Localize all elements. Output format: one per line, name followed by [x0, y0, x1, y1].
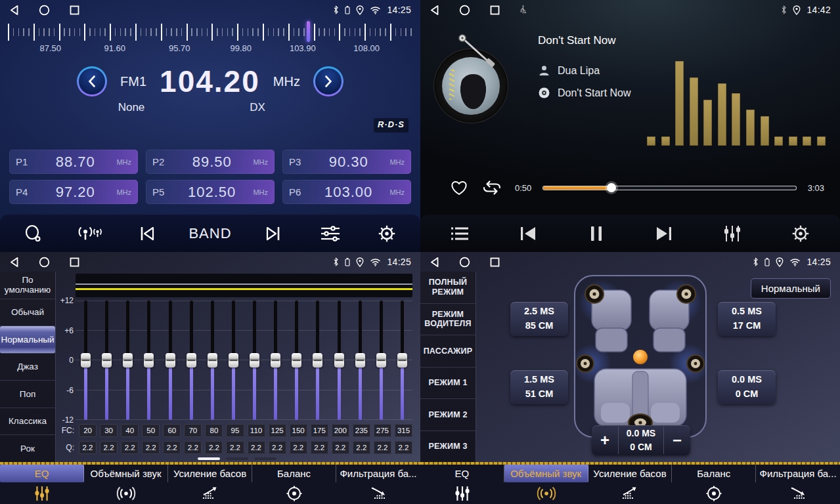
back-button[interactable] — [430, 257, 439, 268]
settings-button[interactable] — [372, 219, 401, 248]
slider-knob[interactable] — [355, 353, 365, 368]
frequency-ruler[interactable]: 87.5091.6095.7099.80103.90108.00 — [0, 20, 420, 58]
tab-surround[interactable]: Объёмный звук — [84, 465, 168, 504]
playlist-button[interactable] — [445, 219, 474, 248]
preset-button-p5[interactable]: P5102.50MHz — [146, 180, 275, 204]
preset-button-p1[interactable]: P188.70MHz — [9, 150, 138, 174]
eq-band-slider[interactable] — [334, 301, 344, 420]
eq-preset-item[interactable]: Поп — [0, 381, 55, 408]
delay-front-left[interactable]: 2.5 MS 85 CM — [510, 302, 568, 336]
tab-filter[interactable]: Фильтрация ба... — [756, 465, 840, 504]
eq-band-slider[interactable] — [144, 301, 154, 420]
next-track-button[interactable] — [650, 219, 678, 248]
audio-settings-button[interactable] — [718, 219, 747, 248]
slider-knob[interactable] — [187, 353, 196, 368]
eq-band-slider[interactable] — [292, 301, 301, 420]
eq-band-slider[interactable] — [81, 301, 91, 420]
slider-knob[interactable] — [376, 353, 386, 368]
eq-preset-item[interactable]: Нормальный — [0, 326, 55, 354]
band-page-indicator[interactable] — [254, 457, 276, 460]
preset-button-p3[interactable]: P390.30MHz — [282, 150, 411, 174]
eq-band-slider[interactable] — [123, 301, 133, 420]
slider-knob[interactable] — [313, 353, 322, 368]
pause-button[interactable] — [582, 219, 611, 248]
slider-knob[interactable] — [292, 353, 301, 368]
repeat-button[interactable] — [481, 178, 503, 197]
slider-knob[interactable] — [81, 353, 91, 368]
favorite-button[interactable] — [449, 179, 469, 197]
tab-surround[interactable]: Объёмный звук — [504, 465, 588, 504]
slider-knob[interactable] — [334, 353, 344, 368]
listening-mode-item[interactable]: РЕЖИМ 1 — [420, 368, 475, 400]
tune-up-button[interactable] — [313, 66, 343, 96]
delay-rear-right[interactable]: 0.0 MS 0 CM — [718, 370, 776, 404]
seek-bar[interactable] — [543, 186, 795, 190]
seek-bar-knob[interactable] — [607, 183, 616, 192]
tab-bass-boost[interactable]: Усиление басов — [168, 465, 252, 504]
preset-button-p2[interactable]: P289.50MHz — [146, 150, 275, 174]
eq-band-slider[interactable] — [397, 301, 407, 420]
eq-band-slider[interactable] — [187, 301, 196, 420]
slider-knob[interactable] — [166, 353, 175, 368]
eq-band-slider[interactable] — [376, 301, 386, 420]
recents-button[interactable] — [70, 257, 79, 267]
back-button[interactable] — [9, 5, 19, 16]
slider-knob[interactable] — [144, 353, 154, 368]
next-station-button[interactable] — [259, 219, 288, 248]
home-button[interactable] — [39, 257, 50, 268]
slider-knob[interactable] — [229, 353, 238, 368]
eq-band-slider[interactable] — [355, 301, 365, 420]
tab-filter[interactable]: Фильтрация ба... — [336, 465, 420, 504]
eq-band-slider[interactable] — [208, 301, 217, 420]
recents-button[interactable] — [490, 5, 500, 15]
home-button[interactable] — [459, 5, 470, 16]
home-button[interactable] — [39, 5, 50, 16]
previous-station-button[interactable] — [132, 219, 161, 248]
eq-preset-item[interactable]: Джаз — [0, 354, 55, 381]
home-button[interactable] — [459, 257, 470, 268]
slider-knob[interactable] — [123, 353, 133, 368]
eq-preset-item[interactable]: По умолчанию — [0, 272, 55, 299]
eq-preset-item[interactable]: Обычай — [0, 299, 55, 327]
delay-front-right[interactable]: 0.5 MS 17 CM — [718, 302, 776, 336]
listening-mode-item[interactable]: ПАССАЖИР — [420, 335, 475, 368]
listening-mode-item[interactable]: ПОЛНЫЙ РЕЖИМ — [420, 272, 475, 304]
previous-track-button[interactable] — [514, 219, 542, 248]
eq-band-slider[interactable] — [166, 301, 175, 420]
delay-rear-left[interactable]: 1.5 MS 51 CM — [510, 370, 568, 404]
slider-knob[interactable] — [102, 353, 112, 368]
slider-knob[interactable] — [250, 353, 259, 368]
delay-increase-button[interactable]: + — [592, 425, 618, 455]
band-button[interactable]: BAND — [188, 219, 231, 248]
delay-decrease-button[interactable]: − — [664, 425, 690, 455]
tab-bass-boost[interactable]: Усиление басов — [588, 465, 673, 504]
equalizer-shortcut-button[interactable] — [316, 219, 345, 248]
band-page-indicator[interactable] — [226, 457, 248, 460]
listening-mode-item[interactable]: РЕЖИМ ВОДИТЕЛЯ — [420, 304, 475, 336]
recents-button[interactable] — [490, 257, 500, 267]
sound-profile-button[interactable]: Нормальный — [751, 278, 831, 299]
slider-knob[interactable] — [397, 353, 407, 368]
scan-button[interactable] — [19, 219, 48, 248]
broadcast-button[interactable] — [76, 219, 104, 248]
eq-band-slider[interactable] — [250, 301, 259, 420]
eq-preset-item[interactable]: Классика — [0, 408, 55, 436]
back-button[interactable] — [430, 5, 439, 16]
eq-band-slider[interactable] — [313, 301, 322, 420]
preset-button-p6[interactable]: P6103.00MHz — [282, 180, 411, 204]
tab-balance[interactable]: Баланс — [252, 465, 336, 504]
eq-band-slider[interactable] — [271, 301, 280, 420]
listening-mode-item[interactable]: РЕЖИМ 2 — [420, 399, 475, 431]
tab-balance[interactable]: Баланс — [672, 465, 756, 504]
eq-band-slider[interactable] — [229, 301, 238, 420]
recents-button[interactable] — [70, 5, 79, 15]
tab-eq[interactable]: EQ — [420, 465, 504, 504]
preset-button-p4[interactable]: P497.20MHz — [9, 180, 138, 204]
tab-eq[interactable]: EQ — [0, 465, 84, 504]
eq-preset-item[interactable]: Рок — [0, 435, 55, 462]
tune-down-button[interactable] — [77, 66, 107, 96]
slider-knob[interactable] — [208, 353, 217, 368]
eq-band-slider[interactable] — [102, 301, 112, 420]
listening-mode-item[interactable]: РЕЖИМ 3 — [420, 431, 475, 463]
slider-knob[interactable] — [271, 353, 280, 368]
